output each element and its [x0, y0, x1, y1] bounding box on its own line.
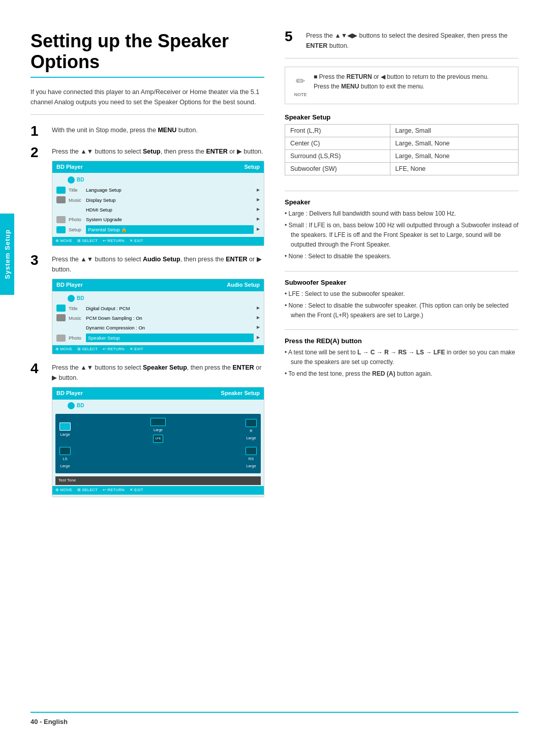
step-5-number: 5	[285, 29, 301, 44]
speaker-bd-label: BD	[52, 401, 264, 411]
step-4-bold2: ENTER	[232, 364, 254, 371]
audio-cat-2: Music	[69, 314, 83, 322]
step-1: 1 With the unit in Stop mode, press the …	[30, 125, 264, 138]
audio-menu-header-left: BD Player	[56, 281, 83, 290]
speaker-diagram: Large Large LFE	[55, 414, 261, 473]
pencil-icon: ✏	[296, 72, 305, 90]
menu-footer: ⊕ MOVE ⊞ SELECT ↩ RETURN ✕ EXIT	[52, 237, 264, 246]
speaker-setup-section: Speaker Setup Front (L,R) Large, Small C…	[285, 113, 518, 191]
center-label: Large	[154, 427, 163, 433]
audio-icon-3	[56, 324, 66, 331]
step-4-bold1: Speaker Setup	[143, 364, 187, 371]
side-tab: System Setup	[0, 214, 14, 295]
menu-header: BD Player Setup	[52, 161, 264, 173]
menu-cat-2: Music	[69, 196, 83, 204]
speaker-info-section: Speaker Large : Delivers full bandwidth …	[285, 198, 518, 271]
menu-arrow-2: ▶	[257, 197, 260, 203]
red-button-section: Press the RED(A) button A test tone will…	[285, 337, 518, 388]
table-row-surround: Surround (LS,RS) Large, Small, None	[285, 149, 518, 162]
table-row-center: Center (C) Large, Small, None	[285, 137, 518, 149]
step-3-content: Press the ▲▼ buttons to select Audio Set…	[52, 254, 264, 354]
audio-footer-exit: ✕ EXIT	[130, 346, 143, 353]
menu-arrow-5: ▶	[257, 226, 260, 233]
step-1-text: With the unit in Stop mode, press the	[52, 127, 158, 134]
subwoofer-info-section: Subwoofer Speaker LFE : Select to use th…	[285, 279, 518, 330]
lfe-label: LFE	[155, 436, 161, 441]
speaker-menu-body: BD Large	[52, 400, 264, 486]
audio-icon-2	[56, 314, 66, 321]
audio-item-2: PCM Down Sampling : On	[86, 314, 254, 322]
table-cell-subwoofer-options: LFE, None	[390, 162, 518, 175]
step-4-content: Press the ▲▼ buttons to select Speaker S…	[52, 362, 264, 497]
rs-box	[246, 447, 257, 455]
audio-item-4: Speaker Setup	[86, 334, 254, 342]
speaker-bullet-2: Small : If LFE is on, bass below 100 Hz …	[285, 221, 518, 250]
audio-footer: ⊕ MOVE ⊞ SELECT ↩ RETURN ✕ EXIT	[52, 345, 264, 354]
speaker-info-list: Large : Delivers full bandwidth sound wi…	[285, 209, 518, 262]
menu-row-3: HDMI Setup ▶	[52, 205, 264, 215]
menu-item-1: Language Setup	[86, 186, 254, 194]
audio-arrow-3: ▶	[257, 324, 260, 331]
red-button-heading: Press the RED(A) button	[285, 337, 518, 345]
menu-row-1: Title Language Setup ▶	[52, 185, 264, 195]
menu-icon-setup	[56, 226, 66, 233]
side-tab-label: System Setup	[4, 229, 11, 279]
menu-row-5: Setup Parental Setup 🔒 ▶	[52, 224, 264, 235]
audio-item-1: Digital Output : PCM	[86, 305, 254, 312]
red-button-bullet-1: A test tone will be sent to L → C → R → …	[285, 348, 518, 367]
subwoofer-bullet-2: None : Select to disable the subwoofer s…	[285, 301, 518, 320]
step-5-text: Press the ▲▼◀▶ buttons to select the des…	[306, 32, 507, 39]
speaker-rs: RS Large	[246, 447, 257, 469]
note-box: ✏ NOTE ■ Press the RETURN or ◀ button to…	[285, 67, 518, 104]
step-5-text2: button.	[327, 42, 349, 49]
step-5-bold: ENTER	[306, 42, 327, 49]
table-cell-front-options: Large, Small	[390, 124, 518, 137]
step-1-bold: MENU	[158, 127, 176, 134]
menu-item-3: HDMI Setup	[86, 206, 254, 214]
menu-icon-disc	[56, 187, 66, 194]
center-box	[150, 418, 166, 426]
lfe-box: LFE	[153, 435, 163, 443]
menu-arrow-1: ▶	[257, 187, 260, 194]
table-cell-center-options: Large, Small, None	[390, 137, 518, 149]
step-2: 2 Press the ▲▼ buttons to select Setup, …	[30, 146, 264, 246]
red-button-bullet-2: To end the test tone, press the RED (A) …	[285, 369, 518, 379]
page-footer-text: 40 - English	[30, 718, 68, 725]
audio-cat-4: Photo	[69, 334, 83, 342]
menu-row-2: Music Display Setup ▶	[52, 195, 264, 205]
audio-row-2: Music PCM Down Sampling : On ▶	[52, 313, 264, 323]
menu-cat-5: Setup	[69, 226, 83, 233]
ls-box	[59, 447, 71, 455]
speaker-setup-heading: Speaker Setup	[285, 113, 518, 121]
table-row-subwoofer: Subwoofer (SW) LFE, None	[285, 162, 518, 175]
subwoofer-bullet-1: LFE : Select to use the subwoofer speake…	[285, 289, 518, 299]
table-row-front: Front (L,R) Large, Small	[285, 124, 518, 137]
speaker-bullet-1: Large : Delivers full bandwidth sound wi…	[285, 209, 518, 219]
speaker-footer-select: ⊞ SELECT	[77, 487, 98, 494]
audio-arrow-1: ▶	[257, 305, 260, 312]
step-3-text2: , then press the	[180, 256, 226, 263]
step-2-text3: or ▶ button.	[228, 148, 263, 155]
speaker-footer-move: ⊕ MOVE	[55, 487, 72, 494]
menu-arrow-3: ▶	[257, 206, 260, 213]
speaker-ls: LS Large	[59, 447, 71, 469]
step-2-bold2: ENTER	[206, 148, 227, 155]
speaker-bd-text: BD	[77, 402, 84, 410]
speaker-footer: ⊕ MOVE ⊞ SELECT ↩ RETURN ✕ EXIT	[52, 486, 264, 495]
speaker-setup-table: Front (L,R) Large, Small Center (C) Larg…	[285, 124, 518, 175]
step-3: 3 Press the ▲▼ buttons to select Audio S…	[30, 254, 264, 354]
left-column: Setting up the Speaker Options If you ha…	[30, 31, 264, 691]
speaker-bd-icon	[68, 402, 75, 409]
speaker-footer-exit: ✕ EXIT	[130, 487, 143, 494]
audio-item-3: Dynamic Compression : On	[86, 324, 254, 331]
table-cell-subwoofer-name: Subwoofer (SW)	[285, 162, 390, 175]
subwoofer-info-heading: Subwoofer Speaker	[285, 279, 518, 286]
page-title: Setting up the Speaker Options	[30, 31, 264, 78]
menu-item-5: Parental Setup 🔒	[86, 225, 254, 234]
note-line-1: ■ Press the RETURN or ◀ button to return…	[314, 72, 512, 82]
step-3-bold2: ENTER	[226, 256, 247, 263]
step-1-text2: button.	[176, 127, 198, 134]
step-5-content: Press the ▲▼◀▶ buttons to select the des…	[306, 31, 518, 51]
table-cell-surround-options: Large, Small, None	[390, 149, 518, 162]
step-4: 4 Press the ▲▼ buttons to select Speaker…	[30, 362, 264, 497]
